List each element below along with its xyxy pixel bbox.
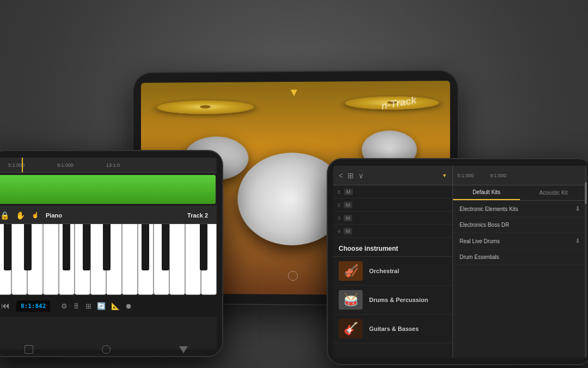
dropdown-icon[interactable]: ∨ [358, 171, 364, 180]
phone-left-nav [0, 345, 222, 354]
white-key-13[interactable] [185, 224, 201, 295]
instrument-screen: < ⊞ ∨ ▼ E M 2 M 3 M 4 [333, 166, 587, 358]
kit-item-4[interactable]: Drum Essentials [453, 250, 587, 265]
piano-keyboard[interactable] [0, 224, 217, 295]
settings-icon[interactable]: ⚙ [61, 302, 68, 310]
download-icon-3[interactable]: ⬇ [575, 237, 580, 245]
black-key-7[interactable] [162, 224, 169, 270]
instrument-header: < ⊞ ∨ ▼ [333, 166, 452, 185]
back-icon[interactable]: < [339, 171, 343, 180]
kit-name-3: Real Live Drums [460, 238, 500, 244]
phone-instrument-chooser: < ⊞ ∨ ▼ E M 2 M 3 M 4 [327, 158, 588, 365]
loop-icon[interactable]: 🔄 [97, 302, 106, 310]
choose-instrument-title: Choose instrument [339, 245, 398, 252]
black-key-5[interactable] [103, 224, 111, 270]
track-num-3: 3 [338, 215, 340, 221]
black-key-8[interactable] [200, 224, 207, 270]
kit-name-2: Electronics Boss DR [460, 222, 509, 228]
kit-item-3[interactable]: Real Live Drums ⬇ [453, 233, 587, 250]
cymbal-left-center [200, 105, 211, 108]
tab-acoustic-kit[interactable]: Acoustic Kit [520, 185, 587, 200]
white-key-4[interactable] [43, 224, 59, 295]
track-mini-1: E M [333, 185, 452, 198]
mixer-icon[interactable]: 🎚 [73, 302, 80, 310]
white-key-12[interactable] [169, 224, 185, 295]
black-key-3[interactable] [63, 224, 70, 270]
black-key-4[interactable] [83, 224, 90, 270]
status-bar: ⏮ 8:1:842 ⚙ 🎚 ⊞ 🔄 📐 ⏺ [0, 295, 217, 317]
timeline-marker-2: 9:1:000 [57, 162, 74, 168]
instrument-drums[interactable]: 🥁 Drums & Percussion [333, 286, 452, 315]
kit-list: Electronic Elements Kits ⬇ Electronics B… [453, 201, 587, 358]
black-key-1[interactable] [4, 224, 11, 270]
timeline-logo-marker: ▼ [442, 173, 447, 178]
phone-piano-daw: 5:1:000 9:1:000 13:1:0 🎹 🔒 ✋ ☝ Piano Tra… [0, 150, 223, 357]
orchestral-thumb: 🎻 [339, 261, 363, 281]
kit-name-4: Drum Essentials [460, 254, 499, 260]
track-mini-3: 3 M [333, 212, 452, 225]
black-key-6[interactable] [142, 224, 149, 270]
kit-item-1[interactable]: Electronic Elements Kits ⬇ [453, 201, 587, 218]
black-key-2[interactable] [24, 224, 32, 270]
lock-icon[interactable]: 🔒 [0, 211, 9, 220]
metronome-icon[interactable]: 📐 [111, 302, 120, 310]
piano-keys-row[interactable] [0, 224, 217, 295]
left-nav-square[interactable] [24, 345, 33, 354]
instrument-panel: < ⊞ ∨ ▼ E M 2 M 3 M 4 [333, 166, 453, 358]
drums-label: Drums & Percussion [369, 297, 428, 303]
kit-tabs-row: Default Kits Acoustic Kit [453, 185, 587, 201]
white-key-9[interactable] [122, 224, 138, 295]
drums-thumb: 🥁 [339, 290, 363, 310]
left-nav-triangle[interactable] [179, 346, 188, 353]
track-block[interactable] [0, 175, 216, 204]
track-mini-4: 4 M [333, 225, 452, 238]
choose-instrument-title-row: Choose instrument [333, 238, 452, 257]
timeline-marker-r2: 9:1:000 [490, 173, 506, 178]
finger-icon[interactable]: ☝ [32, 212, 39, 219]
track-m-1[interactable]: M [344, 189, 353, 195]
scrollbar[interactable] [585, 166, 587, 358]
track-m-4[interactable]: M [344, 228, 352, 234]
cymbal-left[interactable] [154, 100, 258, 114]
daw-screen: 5:1:000 9:1:000 13:1:0 🎹 🔒 ✋ ☝ Piano Tra… [0, 158, 217, 349]
kit-panel: 5:1:000 9:1:000 Default Kits Acoustic Ki… [453, 166, 587, 358]
download-icon-1[interactable]: ⬇ [575, 205, 580, 213]
grid-icon[interactable]: ⊞ [85, 302, 91, 310]
status-icons: ⚙ 🎚 ⊞ 🔄 📐 ⏺ [61, 302, 132, 310]
guitars-thumb: 🎸 [339, 319, 363, 339]
daw-timeline: 5:1:000 9:1:000 13:1:0 [0, 158, 217, 173]
timeline-labels: 5:1:000 9:1:000 13:1:0 [0, 162, 120, 168]
time-display: 8:1:842 [16, 300, 50, 312]
drum-dropdown-arrow[interactable]: ▼ [289, 86, 299, 99]
orchestral-label: Orchestral [369, 268, 399, 274]
guitars-label: Guitars & Basses [369, 325, 419, 332]
record-icon[interactable]: ⏺ [125, 302, 132, 310]
left-nav-circle[interactable] [102, 345, 111, 354]
rewind-icon[interactable]: ⏮ [1, 301, 10, 311]
track-num-1: E [338, 189, 341, 195]
controls-bar: 🔒 ✋ ☝ Piano Track 2 [0, 207, 217, 224]
instrument-label: Piano [46, 212, 62, 219]
instrument-guitars[interactable]: 🎸 Guitars & Basses [333, 315, 452, 343]
track-mini-2: 2 M [333, 198, 452, 212]
track-region[interactable]: 🎹 [0, 173, 217, 207]
kit-name-1: Electronic Elements Kits [460, 206, 518, 212]
track-num-4: 4 [338, 228, 340, 234]
hand-icon[interactable]: ✋ [16, 211, 25, 220]
track-m-2[interactable]: M [344, 202, 352, 208]
track-name-label: Track 2 [187, 212, 208, 219]
kit-item-2[interactable]: Electronics Boss DR [453, 218, 587, 233]
playhead[interactable] [22, 158, 23, 172]
back-nav-circle[interactable] [288, 271, 298, 281]
track-m-3[interactable]: M [344, 215, 352, 221]
instrument-orchestral[interactable]: 🎻 Orchestral [333, 257, 452, 286]
scroll-thumb[interactable] [585, 182, 587, 204]
tab-default-kits[interactable]: Default Kits [453, 185, 520, 200]
kit-header: 5:1:000 9:1:000 [453, 166, 587, 185]
track-num-2: 2 [338, 202, 340, 208]
timeline-marker-r1: 5:1:000 [457, 173, 474, 178]
timeline-marker-3: 13:1:0 [106, 162, 120, 168]
grid-icon[interactable]: ⊞ [347, 171, 354, 180]
